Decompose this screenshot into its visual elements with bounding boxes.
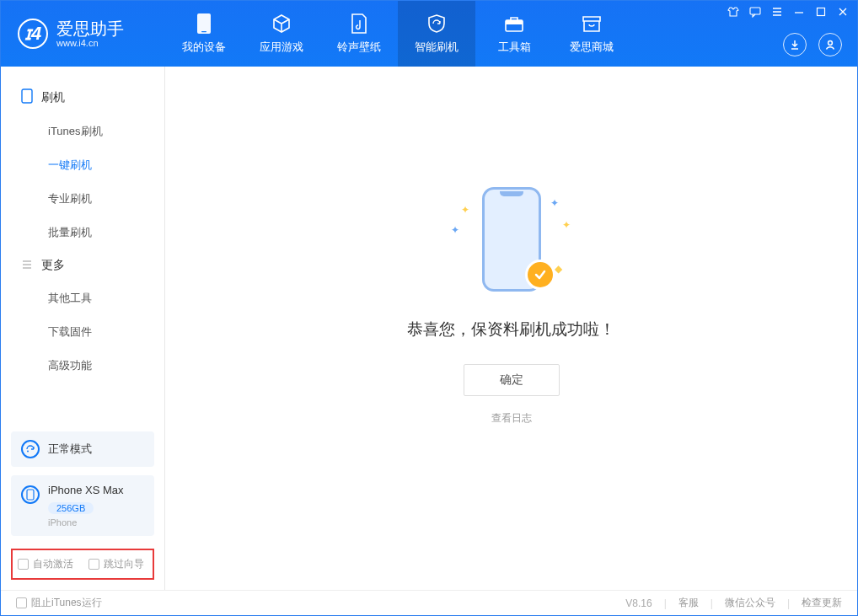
svg-point-8 <box>27 451 29 453</box>
menu-icon[interactable] <box>771 6 783 18</box>
checkbox-icon <box>16 597 27 608</box>
logo-text: 爱思助手 www.i4.cn <box>56 19 124 48</box>
account-button[interactable] <box>818 33 842 56</box>
footer-left: 阻止iTunes运行 <box>16 596 102 610</box>
nav-apps[interactable]: 应用游戏 <box>243 1 320 67</box>
phone-outline-icon <box>21 88 33 106</box>
section-title: 刷机 <box>41 90 65 105</box>
sidebar-section-more: 更多 <box>1 249 164 281</box>
device-card[interactable]: iPhone XS Max 256GB iPhone <box>11 475 154 536</box>
app-title: 爱思助手 <box>56 19 124 38</box>
nav-label: 铃声壁纸 <box>337 40 381 55</box>
separator: | <box>787 597 790 609</box>
music-file-icon <box>348 13 370 35</box>
device-info: iPhone XS Max 256GB iPhone <box>48 484 124 528</box>
main-content: ✦ ✦ ✦ ✦ ◆ 恭喜您，保资料刷机成功啦！ 确定 查看日志 <box>165 67 857 590</box>
sidebar-item-pro-flash[interactable]: 专业刷机 <box>1 182 164 216</box>
svg-point-6 <box>829 41 833 46</box>
nav-ringtones[interactable]: 铃声壁纸 <box>320 1 398 67</box>
sidebar-section-flash: 刷机 <box>1 80 164 115</box>
checkbox-skip-guide[interactable]: 跳过向导 <box>88 557 144 571</box>
nav-label: 我的设备 <box>182 40 226 55</box>
device-type: iPhone <box>48 517 124 528</box>
checkbox-icon <box>18 559 29 570</box>
footer-link-support[interactable]: 客服 <box>678 596 699 610</box>
sparkle-icon: ✦ <box>562 219 571 231</box>
mode-label: 正常模式 <box>48 442 92 457</box>
check-badge-icon <box>525 260 555 290</box>
svg-rect-0 <box>197 13 211 34</box>
main-nav: 我的设备 应用游戏 铃声壁纸 智能刷机 工具箱 爱思商城 <box>165 1 630 67</box>
list-icon <box>21 259 33 273</box>
svg-rect-1 <box>201 31 206 32</box>
sidebar-item-batch-flash[interactable]: 批量刷机 <box>1 216 164 249</box>
close-button[interactable] <box>837 6 849 18</box>
toolbox-icon <box>503 13 525 35</box>
sparkle-icon: ✦ <box>461 204 469 216</box>
separator: | <box>664 597 667 609</box>
checkbox-label: 跳过向导 <box>104 557 144 571</box>
phone-icon <box>193 13 215 35</box>
version-label: V8.16 <box>625 597 652 609</box>
nav-flash[interactable]: 智能刷机 <box>398 1 475 67</box>
footer-link-wechat[interactable]: 微信公众号 <box>725 596 775 610</box>
logo-icon: ɪ4 <box>18 19 48 49</box>
sparkle-icon: ✦ <box>550 197 559 209</box>
cube-icon <box>271 13 292 35</box>
nav-label: 爱思商城 <box>570 40 614 55</box>
checkbox-row-highlighted: 自动激活 跳过向导 <box>11 549 154 580</box>
capacity-badge-wrap: 256GB <box>48 500 124 515</box>
confirm-button[interactable]: 确定 <box>464 364 560 396</box>
app-body: 刷机 iTunes刷机 一键刷机 专业刷机 批量刷机 更多 其他工具 下载固件 … <box>1 67 857 590</box>
svg-rect-3 <box>506 20 523 24</box>
nav-label: 工具箱 <box>498 40 531 55</box>
sidebar-item-advanced[interactable]: 高级功能 <box>1 349 164 383</box>
window-controls <box>727 6 849 18</box>
nav-label: 应用游戏 <box>260 40 303 55</box>
mode-card[interactable]: 正常模式 <box>11 431 154 467</box>
app-header: ɪ4 爱思助手 www.i4.cn 我的设备 应用游戏 铃声壁纸 智能刷机 工具… <box>1 1 857 67</box>
header-actions <box>783 33 842 56</box>
capacity-badge: 256GB <box>48 502 94 514</box>
view-log-link[interactable]: 查看日志 <box>491 411 532 426</box>
logo-area: ɪ4 爱思助手 www.i4.cn <box>1 19 165 49</box>
checkbox-auto-activate[interactable]: 自动激活 <box>18 557 73 571</box>
footer-link-update[interactable]: 检查更新 <box>802 596 842 610</box>
sparkle-icon: ✦ <box>451 224 459 236</box>
maximize-button[interactable] <box>815 6 827 18</box>
checkbox-icon <box>88 559 99 570</box>
nav-device[interactable]: 我的设备 <box>165 1 243 67</box>
svg-rect-5 <box>818 8 825 16</box>
success-illustration: ✦ ✦ ✦ ✦ ◆ <box>436 180 587 298</box>
minimize-button[interactable] <box>793 6 805 18</box>
sidebar-item-itunes-flash[interactable]: iTunes刷机 <box>1 115 164 148</box>
svg-rect-4 <box>750 8 760 14</box>
phone-notch <box>500 191 523 196</box>
download-button[interactable] <box>783 33 807 56</box>
sidebar-item-download-firmware[interactable]: 下载固件 <box>1 315 164 349</box>
footer: 阻止iTunes运行 V8.16 | 客服 | 微信公众号 | 检查更新 <box>1 590 857 615</box>
sidebar-item-oneclick-flash[interactable]: 一键刷机 <box>1 148 164 182</box>
device-icon <box>21 485 40 504</box>
feedback-icon[interactable] <box>749 6 761 18</box>
nav-toolbox[interactable]: 工具箱 <box>475 1 553 67</box>
device-name: iPhone XS Max <box>48 484 124 496</box>
checkbox-block-itunes[interactable]: 阻止iTunes运行 <box>16 596 102 610</box>
svg-rect-9 <box>27 490 34 500</box>
nav-store[interactable]: 爱思商城 <box>553 1 630 67</box>
sync-icon <box>21 440 40 458</box>
checkbox-label: 阻止iTunes运行 <box>31 596 102 610</box>
section-title: 更多 <box>41 258 65 273</box>
separator: | <box>711 597 713 609</box>
sidebar-item-other-tools[interactable]: 其他工具 <box>1 281 164 315</box>
footer-right: V8.16 | 客服 | 微信公众号 | 检查更新 <box>625 596 842 610</box>
skin-icon[interactable] <box>727 6 739 18</box>
store-icon <box>581 13 603 35</box>
success-message: 恭喜您，保资料刷机成功啦！ <box>407 319 615 340</box>
svg-rect-7 <box>22 89 32 103</box>
shield-sync-icon <box>426 13 448 35</box>
nav-label: 智能刷机 <box>415 40 458 55</box>
app-subtitle: www.i4.cn <box>56 38 124 48</box>
sidebar: 刷机 iTunes刷机 一键刷机 专业刷机 批量刷机 更多 其他工具 下载固件 … <box>1 67 165 590</box>
device-cards: 正常模式 iPhone XS Max 256GB iPhone <box>11 431 154 536</box>
